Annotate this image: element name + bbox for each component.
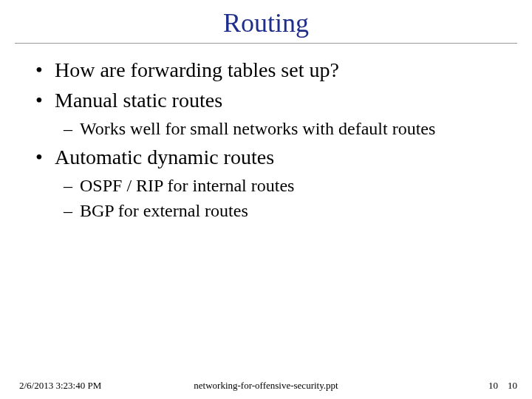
- footer-slide-number: 10: [488, 380, 498, 392]
- bullet-text: Manual static routes: [55, 89, 222, 112]
- bullet-text: Works well for small networks with defau…: [80, 119, 435, 138]
- footer-filename: networking-for-offensive-security.ppt: [0, 380, 532, 392]
- bullet-level1: Manual static routes: [30, 87, 502, 113]
- footer-slide-number-dup: 10: [508, 380, 517, 392]
- bullet-level2: OSPF / RIP for internal routes: [58, 174, 502, 197]
- bullet-level2: BGP for external routes: [58, 200, 502, 222]
- content-area: How are forwarding tables set up? Manual…: [0, 57, 532, 222]
- bullet-level1: Automatic dynamic routes: [30, 144, 502, 170]
- bullet-text: Automatic dynamic routes: [55, 146, 274, 168]
- bullet-text: BGP for external routes: [80, 201, 248, 220]
- bullet-text: OSPF / RIP for internal routes: [80, 176, 294, 195]
- bullet-level1: How are forwarding tables set up?: [30, 57, 502, 83]
- slide-title: Routing: [0, 7, 532, 38]
- bullet-level2: Works well for small networks with defau…: [58, 117, 502, 140]
- slide: Routing How are forwarding tables set up…: [0, 7, 532, 399]
- bullet-text: How are forwarding tables set up?: [55, 58, 339, 81]
- title-underline: [15, 43, 517, 44]
